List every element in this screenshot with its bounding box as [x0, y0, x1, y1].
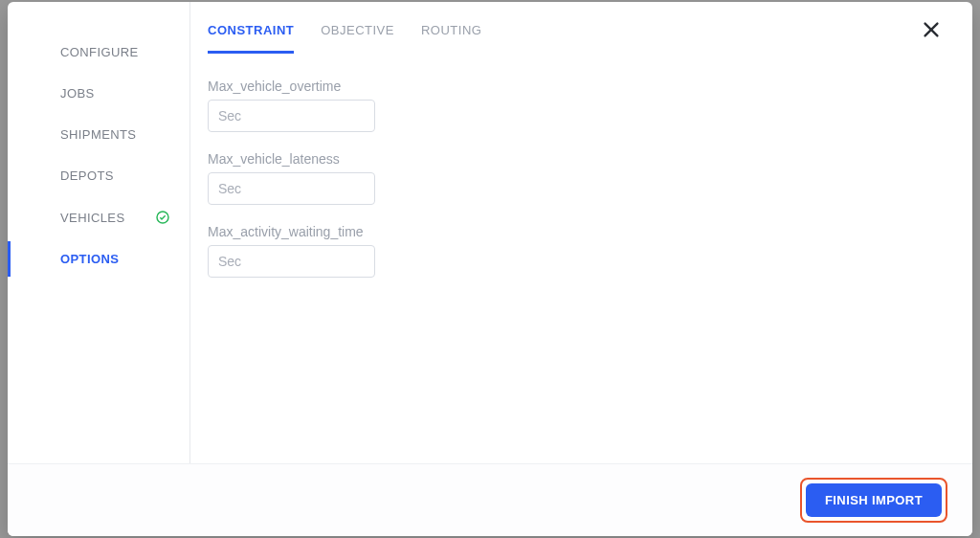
sidebar-item-label: CONFIGURE: [60, 45, 139, 59]
sidebar-item-options[interactable]: OPTIONS: [8, 241, 189, 277]
close-button[interactable]: [921, 19, 942, 44]
field-max-vehicle-overtime: Max_vehicle_overtime: [208, 78, 947, 132]
sidebar-item-depots[interactable]: DEPOTS: [8, 158, 189, 193]
sidebar-item-vehicles[interactable]: VEHICLES: [8, 199, 189, 235]
constraint-form: Max_vehicle_overtime Max_vehicle_latenes…: [208, 54, 947, 297]
sidebar-item-label: SHIPMENTS: [60, 127, 136, 142]
sidebar-item-label: OPTIONS: [60, 252, 119, 266]
import-options-modal: CONFIGURE JOBS SHIPMENTS DEPOTS VEHICLES: [8, 2, 972, 536]
tab-label: OBJECTIVE: [321, 23, 394, 37]
tab-objective[interactable]: OBJECTIVE: [321, 17, 394, 54]
finish-import-highlight: FINISH IMPORT: [800, 478, 947, 523]
field-label: Max_activity_waiting_time: [208, 224, 947, 239]
modal-footer: FINISH IMPORT: [8, 463, 972, 536]
tab-constraint[interactable]: CONSTRAINT: [208, 17, 294, 54]
max-vehicle-overtime-input[interactable]: [208, 100, 375, 132]
field-max-vehicle-lateness: Max_vehicle_lateness: [208, 151, 947, 205]
sidebar-item-shipments[interactable]: SHIPMENTS: [8, 117, 189, 152]
sidebar-item-jobs[interactable]: JOBS: [8, 76, 189, 111]
field-label: Max_vehicle_overtime: [208, 78, 947, 94]
options-tabs: CONSTRAINT OBJECTIVE ROUTING: [208, 17, 947, 54]
sidebar-item-label: VEHICLES: [60, 211, 125, 225]
finish-import-button[interactable]: FINISH IMPORT: [806, 483, 942, 517]
content-pane: CONSTRAINT OBJECTIVE ROUTING Max_vehicle…: [190, 2, 972, 463]
check-circle-icon: [155, 210, 170, 225]
tab-label: CONSTRAINT: [208, 23, 294, 37]
close-icon: [921, 27, 942, 43]
button-label: FINISH IMPORT: [825, 493, 923, 507]
sidebar-item-label: DEPOTS: [60, 168, 114, 183]
sidebar-item-label: JOBS: [60, 86, 95, 101]
sidebar-item-configure[interactable]: CONFIGURE: [8, 34, 189, 70]
field-max-activity-waiting-time: Max_activity_waiting_time: [208, 224, 947, 278]
wizard-sidebar: CONFIGURE JOBS SHIPMENTS DEPOTS VEHICLES: [8, 2, 189, 463]
max-activity-waiting-time-input[interactable]: [208, 245, 375, 278]
tab-routing[interactable]: ROUTING: [421, 17, 481, 54]
max-vehicle-lateness-input[interactable]: [208, 172, 375, 205]
field-label: Max_vehicle_lateness: [208, 151, 947, 167]
modal-body: CONFIGURE JOBS SHIPMENTS DEPOTS VEHICLES: [8, 2, 972, 463]
tab-label: ROUTING: [421, 23, 481, 37]
